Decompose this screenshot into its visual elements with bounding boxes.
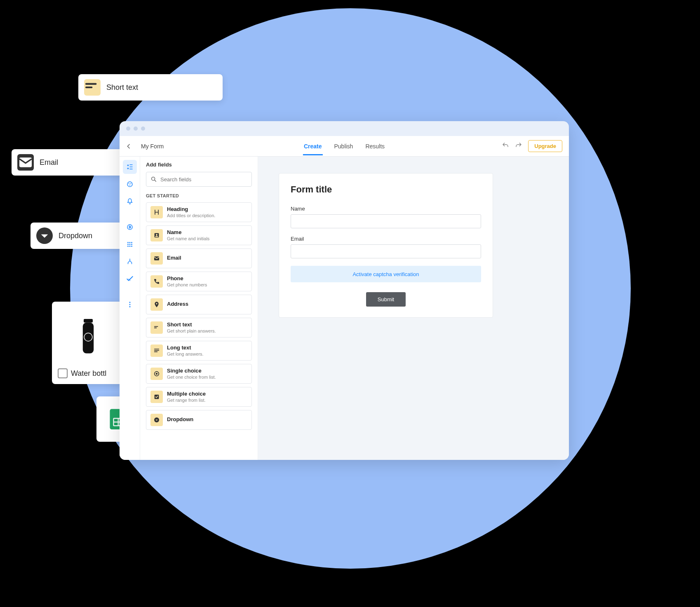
email-label: Email bbox=[291, 236, 481, 242]
svg-point-22 bbox=[152, 177, 155, 180]
field-card-title: Email bbox=[167, 252, 181, 261]
app-header: My Form Create Publish Results Upgrade bbox=[120, 136, 569, 157]
float-product-tile[interactable]: Water bottl bbox=[52, 302, 124, 384]
field-card-short-text[interactable]: Short textGet short plain answers. bbox=[146, 318, 252, 337]
float-email-label: Email bbox=[40, 158, 58, 167]
field-card-long-text[interactable]: Long textGet long answers. bbox=[146, 341, 252, 361]
window-dot bbox=[134, 127, 138, 131]
field-card-desc: Get one choice from list. bbox=[167, 374, 216, 380]
name-input[interactable] bbox=[291, 214, 481, 228]
long-text-icon bbox=[150, 345, 163, 357]
dropdown-icon bbox=[150, 414, 163, 426]
svg-point-11 bbox=[129, 242, 130, 243]
short-text-icon bbox=[150, 321, 163, 334]
field-card-multiple-choice[interactable]: Multiple choiceGet range from list. bbox=[146, 387, 252, 407]
rail-fields[interactable] bbox=[123, 160, 137, 174]
redo-button[interactable] bbox=[515, 142, 522, 151]
rail-payments[interactable] bbox=[123, 220, 137, 234]
field-card-title: Name bbox=[167, 229, 209, 236]
rail-notifications[interactable] bbox=[123, 195, 137, 209]
field-card-title: Multiple choice bbox=[167, 391, 206, 397]
svg-point-18 bbox=[131, 246, 132, 247]
single-choice-icon bbox=[150, 368, 163, 380]
product-label: Water bottl bbox=[71, 369, 106, 378]
field-card-phone[interactable]: PhoneGet phone numbers bbox=[146, 272, 252, 291]
svg-point-8 bbox=[129, 185, 130, 185]
captcha-link[interactable]: Activate captcha verification bbox=[291, 266, 481, 282]
field-card-desc: Add titles or description. bbox=[167, 213, 215, 218]
svg-point-7 bbox=[130, 183, 131, 184]
name-label: Name bbox=[291, 206, 481, 212]
svg-point-20 bbox=[129, 304, 130, 305]
address-icon bbox=[150, 298, 163, 311]
field-card-heading[interactable]: HeadingAdd titles or description. bbox=[146, 202, 252, 222]
field-card-single-choice[interactable]: Single choiceGet one choice from list. bbox=[146, 364, 252, 384]
tab-create[interactable]: Create bbox=[304, 137, 322, 155]
product-checkbox[interactable] bbox=[58, 368, 68, 378]
email-input[interactable] bbox=[291, 244, 481, 258]
window-titlebar bbox=[120, 121, 569, 136]
undo-button[interactable] bbox=[502, 142, 509, 151]
form-canvas: Form title Name Email Activate captcha v… bbox=[258, 157, 569, 460]
name-icon bbox=[150, 229, 163, 241]
sidebar-rail bbox=[120, 157, 140, 460]
rail-approvals[interactable] bbox=[123, 272, 137, 286]
field-card-email[interactable]: Email bbox=[146, 248, 252, 268]
submit-button[interactable]: Submit bbox=[366, 292, 406, 307]
upgrade-button[interactable]: Upgrade bbox=[528, 140, 562, 152]
section-label: GET STARTED bbox=[146, 193, 252, 198]
field-card-dropdown[interactable]: Dropdown bbox=[146, 410, 252, 430]
tab-results[interactable]: Results bbox=[365, 137, 385, 155]
short-text-icon bbox=[84, 79, 101, 96]
svg-point-17 bbox=[129, 246, 130, 247]
email-icon bbox=[17, 154, 34, 171]
window-dot bbox=[141, 127, 145, 131]
float-short-text-label: Short text bbox=[106, 83, 138, 92]
rail-logic[interactable] bbox=[123, 255, 137, 269]
svg-point-5 bbox=[127, 182, 132, 187]
back-button[interactable] bbox=[120, 137, 138, 155]
field-card-desc: Get long answers. bbox=[167, 351, 204, 357]
window-dot bbox=[126, 127, 130, 131]
app-window: My Form Create Publish Results Upgrade bbox=[120, 121, 569, 460]
field-card-desc: Get short plain answers. bbox=[167, 328, 216, 334]
heading-icon bbox=[150, 206, 163, 218]
rail-more[interactable] bbox=[123, 298, 137, 312]
field-card-title: Address bbox=[167, 298, 188, 307]
svg-rect-1 bbox=[84, 319, 93, 323]
search-icon bbox=[150, 176, 157, 183]
rail-theme[interactable] bbox=[123, 177, 137, 191]
rail-apps[interactable] bbox=[123, 237, 137, 251]
fields-panel: Add fields GET STARTED HeadingAdd titles… bbox=[140, 157, 258, 460]
field-card-name[interactable]: NameGet name and initials bbox=[146, 225, 252, 245]
svg-point-28 bbox=[156, 373, 158, 375]
float-short-text-tile[interactable]: Short text bbox=[78, 74, 223, 101]
svg-point-13 bbox=[127, 244, 129, 245]
field-card-address[interactable]: Address bbox=[146, 295, 252, 314]
breadcrumb: My Form bbox=[141, 143, 164, 150]
svg-point-12 bbox=[131, 242, 132, 243]
field-card-title: Short text bbox=[167, 321, 216, 328]
phone-icon bbox=[150, 275, 163, 288]
form-preview: Form title Name Email Activate captcha v… bbox=[279, 173, 493, 318]
field-card-title: Single choice bbox=[167, 368, 216, 374]
form-title[interactable]: Form title bbox=[291, 184, 481, 195]
field-card-desc: Get phone numbers bbox=[167, 282, 207, 288]
svg-point-10 bbox=[127, 242, 129, 243]
field-card-desc: Get range from list. bbox=[167, 397, 206, 403]
field-card-title: Dropdown bbox=[167, 414, 193, 423]
svg-point-14 bbox=[129, 244, 130, 245]
search-field-wrap[interactable] bbox=[146, 172, 252, 187]
svg-point-19 bbox=[129, 302, 130, 303]
tab-publish[interactable]: Publish bbox=[334, 137, 353, 155]
search-input[interactable] bbox=[160, 176, 247, 183]
float-email-tile[interactable]: Email bbox=[12, 149, 133, 176]
svg-point-24 bbox=[156, 234, 157, 236]
field-card-title: Long text bbox=[167, 345, 204, 351]
captcha-text: Activate captcha verification bbox=[352, 271, 419, 277]
multiple-choice-icon bbox=[150, 391, 163, 403]
svg-point-6 bbox=[128, 183, 129, 184]
svg-point-26 bbox=[156, 303, 157, 304]
field-card-desc: Get name and initials bbox=[167, 236, 209, 241]
field-card-title: Heading bbox=[167, 206, 215, 213]
